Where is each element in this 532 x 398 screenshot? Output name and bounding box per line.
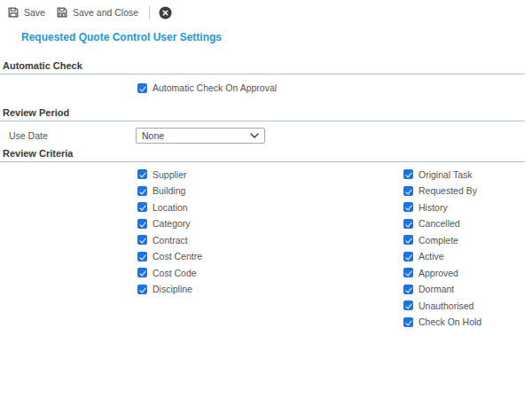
checkbox-label-active: Active xyxy=(419,251,444,261)
use-date-row: Use Date None xyxy=(0,128,532,144)
checkbox-row-category[interactable]: Category xyxy=(137,215,202,232)
checkbox-supplier[interactable] xyxy=(137,169,147,179)
checkbox-row-discipline[interactable]: Discipline xyxy=(137,281,202,298)
checkbox-label-check-on-hold: Check On Hold xyxy=(419,316,481,327)
save-button[interactable]: Save xyxy=(7,6,45,19)
checkbox-row-dormant[interactable]: Dormant xyxy=(403,281,481,298)
section-heading-review-criteria: Review Criteria xyxy=(0,148,525,162)
checkbox-contract[interactable] xyxy=(137,235,147,245)
chevron-down-icon xyxy=(250,133,259,138)
settings-page: Save Save and Close Requested Quote Cont… xyxy=(0,0,532,339)
checkbox-row-active[interactable]: Active xyxy=(403,248,481,265)
checkbox-row-automatic-check-on-approval[interactable]: Automatic Check On Approval xyxy=(137,80,532,97)
toolbar-separator xyxy=(149,6,150,20)
checkbox-label-building: Building xyxy=(153,185,185,196)
checkbox-dormant[interactable] xyxy=(403,285,413,294)
checkbox-complete[interactable] xyxy=(403,235,413,245)
checkbox-history[interactable] xyxy=(403,202,413,212)
checkbox-row-unauthorised[interactable]: Unauthorised xyxy=(403,298,481,315)
checkbox-row-approved[interactable]: Approved xyxy=(403,265,481,282)
checkbox-row-supplier[interactable]: Supplier xyxy=(137,167,202,183)
checkbox-label-unauthorised: Unauthorised xyxy=(419,300,473,311)
checkbox-cost-code[interactable] xyxy=(137,268,147,277)
save-floppy-x-icon xyxy=(56,6,68,19)
checkbox-row-cost-code[interactable]: Cost Code xyxy=(137,265,202,282)
section-heading-automatic-check: Automatic Check xyxy=(0,60,525,74)
use-date-selected-value: None xyxy=(142,130,164,141)
checkbox-row-building[interactable]: Building xyxy=(137,183,202,199)
checkbox-label-location: Location xyxy=(153,202,188,213)
checkbox-label-dormant: Dormant xyxy=(419,284,454,294)
checkbox-label-category: Category xyxy=(153,218,191,229)
checkbox-original-task[interactable] xyxy=(403,169,413,179)
checkbox-row-original-task[interactable]: Original Task xyxy=(403,167,481,183)
checkbox-label-contract: Contract xyxy=(153,235,188,246)
checkbox-approved[interactable] xyxy=(403,268,413,277)
checkbox-label-supplier: Supplier xyxy=(153,169,187,180)
checkbox-label-original-task: Original Task xyxy=(419,169,473,180)
page-title: Requested Quote Control User Settings xyxy=(21,31,532,43)
checkbox-discipline[interactable] xyxy=(137,285,147,294)
checkbox-label-cost-centre: Cost Centre xyxy=(153,251,202,261)
checkbox-label-requested-by: Requested By xyxy=(419,185,477,196)
checkbox-active[interactable] xyxy=(403,252,413,261)
section-heading-review-period: Review Period xyxy=(0,107,525,121)
checkbox-requested-by[interactable] xyxy=(403,186,413,196)
use-date-select[interactable]: None xyxy=(136,128,265,144)
checkbox-category[interactable] xyxy=(137,219,147,229)
checkbox-label-cost-code: Cost Code xyxy=(153,268,197,278)
checkbox-label-approved: Approved xyxy=(419,268,458,278)
checkbox-label-complete: Complete xyxy=(419,235,458,246)
checkbox-label-cancelled: Cancelled xyxy=(419,218,460,229)
criteria-left-column: Supplier Building Location Category Cont… xyxy=(137,167,202,298)
automatic-check-row-container: Automatic Check On Approval xyxy=(0,74,532,103)
checkbox-building[interactable] xyxy=(137,186,147,196)
save-button-label: Save xyxy=(24,7,45,18)
review-criteria-grid: Supplier Building Location Category Cont… xyxy=(0,167,532,339)
checkbox-cancelled[interactable] xyxy=(403,219,413,229)
checkbox-row-check-on-hold[interactable]: Check On Hold xyxy=(403,314,481,331)
checkbox-location[interactable] xyxy=(137,202,147,212)
checkbox-row-requested-by[interactable]: Requested By xyxy=(403,183,481,199)
checkbox-row-complete[interactable]: Complete xyxy=(403,232,481,249)
checkbox-label-discipline: Discipline xyxy=(153,284,192,294)
checkbox-automatic-check-on-approval[interactable] xyxy=(137,83,147,93)
save-and-close-button[interactable]: Save and Close xyxy=(56,6,138,19)
use-date-label: Use Date xyxy=(9,130,136,141)
checkbox-row-cancelled[interactable]: Cancelled xyxy=(403,215,481,232)
close-circle-icon xyxy=(159,6,172,20)
toolbar: Save Save and Close xyxy=(0,0,532,23)
checkbox-row-history[interactable]: History xyxy=(403,199,481,216)
close-button[interactable] xyxy=(159,6,172,20)
checkbox-check-on-hold[interactable] xyxy=(403,317,413,327)
checkbox-unauthorised[interactable] xyxy=(403,300,413,310)
checkbox-row-location[interactable]: Location xyxy=(137,199,202,216)
checkbox-row-contract[interactable]: Contract xyxy=(137,232,202,249)
save-and-close-button-label: Save and Close xyxy=(73,7,138,18)
checkbox-cost-centre[interactable] xyxy=(137,252,147,261)
save-floppy-icon xyxy=(7,6,20,19)
checkbox-row-cost-centre[interactable]: Cost Centre xyxy=(137,248,202,265)
checkbox-label-history: History xyxy=(419,202,448,213)
criteria-right-column: Original Task Requested By History Cance… xyxy=(403,167,481,331)
checkbox-label-automatic-check-on-approval: Automatic Check On Approval xyxy=(153,82,277,93)
